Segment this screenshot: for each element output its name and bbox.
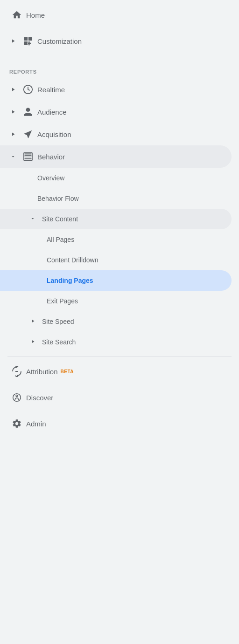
chevron-right-audience-icon [7, 109, 19, 115]
overview-label: Overview [37, 174, 64, 182]
sidebar-item-landing-pages[interactable]: Landing Pages [0, 270, 232, 291]
chevron-down-behavior-icon [7, 154, 19, 159]
chevron-down-site-content-icon [30, 216, 39, 222]
sidebar-item-all-pages[interactable]: All Pages [0, 229, 232, 250]
sidebar-item-behavior-flow[interactable]: Behavior Flow [0, 188, 232, 209]
realtime-icon [19, 84, 37, 95]
discover-icon [7, 392, 26, 403]
sidebar-item-realtime[interactable]: Realtime [0, 78, 232, 101]
site-content-label: Site Content [42, 215, 78, 223]
landing-pages-label: Landing Pages [47, 277, 93, 284]
chevron-right-site-search-icon [30, 339, 39, 345]
sidebar-item-site-speed[interactable]: Site Speed [0, 311, 232, 332]
admin-label: Admin [26, 420, 46, 428]
sidebar-item-site-search[interactable]: Site Search [0, 332, 232, 352]
chevron-right-realtime-icon [7, 87, 19, 92]
sidebar-item-discover[interactable]: Discover [0, 386, 232, 409]
attribution-label: Attribution [26, 368, 58, 376]
sidebar-item-home[interactable]: Home [0, 4, 232, 26]
exit-pages-label: Exit Pages [47, 297, 78, 305]
sidebar-item-exit-pages[interactable]: Exit Pages [0, 291, 232, 311]
chevron-right-site-speed-icon [30, 318, 39, 325]
acquisition-label: Acquisition [37, 130, 71, 138]
chevron-right-icon [7, 38, 19, 44]
site-search-label: Site Search [42, 338, 76, 346]
sidebar-item-site-content[interactable]: Site Content [0, 209, 232, 229]
site-speed-label: Site Speed [42, 318, 74, 325]
home-label: Home [26, 11, 45, 19]
audience-icon [19, 107, 37, 117]
svg-point-4 [16, 395, 18, 397]
reports-section-header: REPORTS [0, 60, 239, 78]
admin-icon [7, 418, 26, 429]
attribution-icon [7, 366, 26, 377]
content-drilldown-label: Content Drilldown [47, 256, 98, 264]
audience-label: Audience [37, 108, 67, 116]
attribution-beta-badge: BETA [61, 369, 74, 374]
chevron-right-acquisition-icon [7, 131, 19, 137]
discover-label: Discover [26, 394, 53, 402]
sidebar-item-acquisition[interactable]: Acquisition [0, 123, 232, 145]
behavior-flow-label: Behavior Flow [37, 195, 79, 202]
nav-divider [7, 356, 232, 356]
sidebar-nav: Home Customization REPORTS Realtime [0, 0, 239, 438]
all-pages-label: All Pages [47, 236, 74, 243]
realtime-label: Realtime [37, 86, 65, 94]
sidebar-item-attribution[interactable]: Attribution BETA [0, 360, 232, 383]
acquisition-icon [19, 129, 37, 139]
customization-icon [19, 36, 37, 46]
sidebar-item-behavior[interactable]: Behavior [0, 145, 232, 168]
behavior-label: Behavior [37, 153, 65, 161]
behavior-icon [19, 151, 37, 162]
sidebar-item-audience[interactable]: Audience [0, 101, 232, 123]
sidebar-item-customization[interactable]: Customization [0, 30, 232, 52]
home-icon [7, 10, 26, 20]
sidebar-item-content-drilldown[interactable]: Content Drilldown [0, 250, 232, 270]
sidebar-item-admin[interactable]: Admin [0, 412, 232, 435]
sidebar-item-overview[interactable]: Overview [0, 168, 232, 188]
customization-label: Customization [37, 37, 82, 45]
